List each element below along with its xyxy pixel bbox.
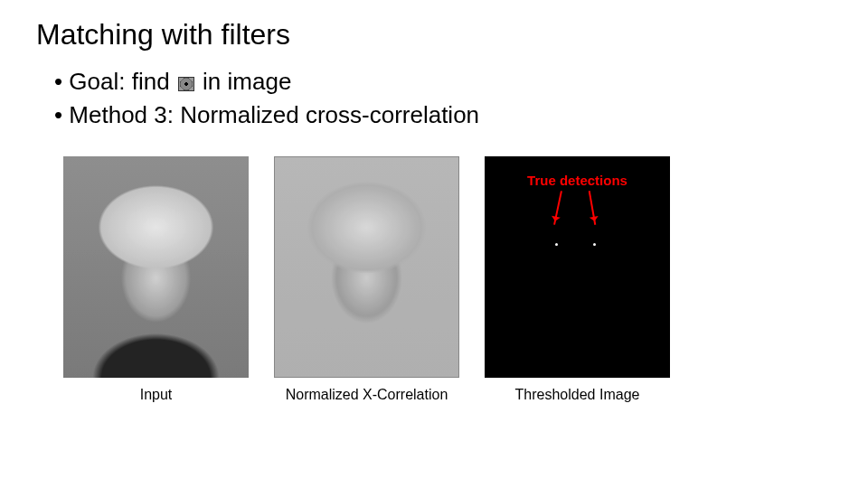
input-image — [63, 156, 249, 378]
xcorr-placeholder — [274, 156, 459, 378]
thresh-image: True detections — [485, 156, 670, 378]
figure-input: Input — [63, 156, 249, 403]
goal-suffix: in image — [203, 68, 291, 95]
true-detections-label: True detections — [485, 173, 670, 188]
figure-thresh: True detections Thresholded Image — [485, 156, 670, 403]
arrow-icon — [589, 191, 597, 225]
detection-dot — [593, 243, 596, 246]
bullet-method: Method 3: Normalized cross-correlation — [54, 101, 841, 129]
goal-prefix: Goal: find — [69, 68, 169, 95]
detection-dot — [555, 243, 558, 246]
caption-xcorr: Normalized X-Correlation — [286, 387, 448, 403]
caption-thresh: Thresholded Image — [515, 387, 640, 403]
caption-input: Input — [140, 387, 173, 403]
arrow-icon — [553, 191, 562, 225]
bullet-goal: Goal: find in image — [54, 68, 841, 96]
slide: Matching with filters Goal: find in imag… — [0, 0, 868, 488]
thresh-placeholder: True detections — [485, 156, 670, 378]
figure-xcorr: Normalized X-Correlation — [274, 156, 459, 403]
bullet-list: Goal: find in image Method 3: Normalized… — [54, 68, 841, 129]
eye-icon — [178, 77, 194, 91]
portrait-placeholder — [63, 156, 249, 378]
figure-row: Input Normalized X-Correlation True dete… — [63, 156, 841, 403]
slide-title: Matching with filters — [36, 18, 841, 52]
xcorr-image — [274, 156, 459, 378]
